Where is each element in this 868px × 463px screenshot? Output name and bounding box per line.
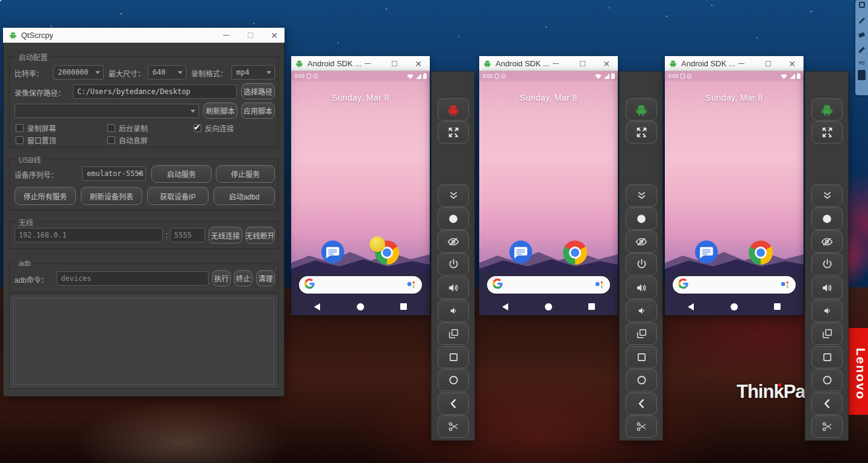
close-button[interactable]: ✕ — [783, 56, 801, 71]
volume-down-button[interactable] — [438, 300, 469, 322]
emulator-titlebar[interactable]: Android SDK ... ✕ — [291, 56, 430, 71]
group-control-button[interactable] — [626, 98, 657, 121]
fullscreen-button[interactable] — [811, 121, 843, 143]
save-path-input[interactable] — [73, 84, 237, 99]
reverse-connect-checkbox[interactable]: 反向连接 — [193, 123, 234, 133]
start-service-button[interactable]: 启动服务 — [151, 165, 212, 183]
eraser-icon[interactable] — [855, 31, 868, 38]
expand-notifications-button[interactable] — [811, 184, 843, 207]
volume-up-button[interactable] — [438, 277, 469, 299]
maxsize-select[interactable]: 640 — [148, 65, 186, 80]
wireless-ip-input[interactable] — [14, 228, 163, 242]
background-record-checkbox[interactable]: 后台录制 — [107, 123, 148, 133]
emulator-titlebar[interactable]: Android SDK ... ✕ — [479, 56, 618, 71]
refresh-script-button[interactable]: 刷新脚本 — [203, 102, 237, 119]
volume-up-button[interactable] — [811, 277, 843, 299]
apply-script-button[interactable]: 应用脚本 — [241, 102, 275, 119]
chrome-app-icon[interactable] — [749, 241, 773, 265]
google-search-bar[interactable] — [299, 276, 422, 294]
emulator-titlebar[interactable]: Android SDK ... ✕ — [665, 56, 804, 71]
app-switch-button[interactable] — [811, 323, 843, 345]
nav-home-button[interactable] — [731, 303, 738, 310]
maximize-button[interactable] — [385, 56, 403, 71]
assistant-mic-icon[interactable] — [780, 279, 790, 291]
volume-down-button[interactable] — [626, 300, 657, 322]
wireless-disconnect-button[interactable]: 无线断开 — [245, 227, 275, 244]
nav-back-button[interactable] — [688, 303, 694, 310]
menu-button[interactable] — [626, 346, 657, 368]
choose-path-button[interactable]: 选择路径 — [241, 83, 275, 99]
menu-button[interactable] — [811, 346, 843, 368]
assistant-mic-icon[interactable] — [406, 279, 417, 291]
pen-icon[interactable] — [855, 17, 868, 24]
expand-notifications-button[interactable] — [626, 184, 657, 207]
nav-recents-button[interactable] — [588, 303, 595, 310]
phone-screen[interactable]: 3:02 Sunday, Mar 8 — [479, 71, 618, 315]
phone-screen[interactable]: 3:02 Sunday, Mar 8 — [291, 71, 430, 315]
touch-button[interactable] — [811, 207, 843, 230]
auto-screen-off-checkbox[interactable]: 自动息屏 — [107, 135, 148, 145]
stop-all-services-button[interactable]: 停止所有服务 — [14, 187, 76, 205]
maximize-button[interactable] — [573, 56, 591, 71]
messages-app-icon[interactable] — [321, 241, 344, 263]
screen-off-button[interactable] — [438, 230, 469, 253]
expand-notifications-button[interactable] — [438, 184, 469, 207]
minimize-button[interactable] — [732, 56, 750, 71]
power-button[interactable] — [438, 253, 469, 276]
touch-button[interactable] — [626, 207, 657, 230]
window-on-top-checkbox[interactable]: 窗口置顶 — [16, 135, 56, 145]
nav-back-button[interactable] — [314, 303, 320, 310]
refresh-device-list-button[interactable]: 刷新设备列表 — [81, 187, 142, 205]
stop-service-button[interactable]: 停止服务 — [216, 165, 275, 183]
home-button[interactable] — [626, 369, 657, 391]
marker-icon[interactable] — [855, 46, 868, 53]
screen-off-button[interactable] — [626, 230, 657, 253]
nav-home-button[interactable] — [545, 303, 552, 310]
power-button[interactable] — [811, 253, 843, 276]
touch-button[interactable] — [438, 207, 469, 230]
script-select[interactable] — [14, 104, 199, 118]
chrome-app-icon[interactable] — [563, 241, 587, 265]
maximize-button[interactable] — [241, 28, 259, 43]
nav-recents-button[interactable] — [400, 303, 407, 310]
wireless-connect-button[interactable]: 无线连接 — [209, 227, 242, 244]
start-adbd-button[interactable]: 启动adbd — [213, 187, 275, 205]
fullscreen-button[interactable] — [626, 121, 657, 143]
close-button[interactable]: ✕ — [265, 28, 283, 43]
nav-back-button[interactable] — [502, 303, 508, 310]
power-button[interactable] — [626, 253, 657, 276]
back-button[interactable] — [626, 392, 657, 415]
home-button[interactable] — [811, 369, 843, 391]
cursor-icon[interactable] — [855, 2, 868, 8]
group-control-button[interactable] — [438, 98, 469, 121]
home-button[interactable] — [438, 369, 469, 391]
record-screen-checkbox[interactable]: 录制屏幕 — [16, 123, 56, 133]
adb-command-input[interactable] — [57, 271, 209, 286]
volume-down-button[interactable] — [811, 300, 843, 322]
qtscrcpy-titlebar[interactable]: QtScrcpy ✕ — [3, 28, 285, 43]
close-button[interactable]: ✕ — [409, 56, 427, 71]
text-tool-label[interactable]: TC — [855, 60, 868, 66]
back-button[interactable] — [811, 392, 843, 415]
nav-recents-button[interactable] — [774, 303, 781, 310]
maximize-button[interactable] — [759, 56, 777, 71]
record-format-select[interactable]: mp4 — [231, 65, 275, 80]
wireless-port-input[interactable] — [170, 228, 205, 242]
menu-button[interactable] — [438, 346, 469, 368]
google-search-bar[interactable] — [673, 276, 796, 294]
assistant-mic-icon[interactable] — [594, 279, 605, 291]
volume-up-button[interactable] — [626, 277, 657, 299]
minimize-button[interactable] — [217, 28, 235, 43]
minimize-button[interactable] — [359, 56, 377, 71]
screenshot-button[interactable] — [626, 415, 657, 438]
app-switch-button[interactable] — [438, 323, 469, 345]
messages-app-icon[interactable] — [509, 241, 532, 263]
back-button[interactable] — [438, 392, 469, 415]
bitrate-select[interactable]: 2000000 — [53, 65, 104, 80]
adb-clear-button[interactable]: 清理 — [256, 270, 275, 286]
adb-output-console[interactable] — [9, 294, 278, 389]
screenshot-button[interactable] — [438, 415, 469, 438]
board-icon[interactable] — [855, 70, 868, 80]
screen-off-button[interactable] — [811, 230, 843, 253]
minimize-button[interactable] — [547, 56, 565, 71]
